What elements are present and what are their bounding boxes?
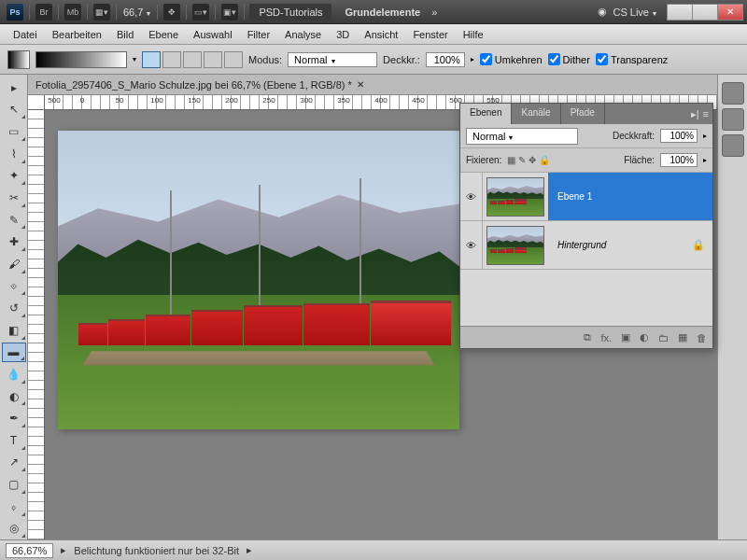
menu-ebene[interactable]: Ebene: [141, 29, 186, 40]
panel-collapse-icon[interactable]: ▸|: [691, 108, 699, 120]
menu-analyse[interactable]: Analyse: [277, 29, 329, 40]
status-zoom[interactable]: 66,67%: [6, 543, 53, 558]
menu-bearbeiten[interactable]: Bearbeiten: [45, 29, 109, 40]
eraser-tool[interactable]: ◧: [2, 320, 26, 341]
delete-layer-icon[interactable]: 🗑: [697, 332, 707, 343]
deckkr-input[interactable]: 100%: [426, 52, 465, 67]
gradient-dropdown-icon[interactable]: ▾: [133, 55, 136, 63]
modus-select[interactable]: Normal: [288, 52, 377, 67]
dodge-tool[interactable]: ◐: [2, 386, 26, 407]
pen-tool[interactable]: ✒: [2, 408, 26, 428]
menu-3d[interactable]: 3D: [329, 29, 357, 40]
tab-kanaele[interactable]: Kanäle: [512, 104, 560, 124]
gradient-diamond[interactable]: [224, 51, 243, 68]
expand-tools-icon[interactable]: ▸: [2, 77, 26, 98]
tab-ebenen[interactable]: Ebenen: [460, 104, 512, 124]
deckkraft-label: Deckkraft:: [613, 131, 655, 141]
workspace-more-icon[interactable]: »: [431, 7, 437, 18]
arrange-icon[interactable]: ▭▾: [192, 4, 209, 21]
status-flyout-icon[interactable]: ▸: [61, 544, 66, 556]
visibility-toggle[interactable]: 👁: [460, 221, 483, 269]
flaeche-input[interactable]: 100%: [660, 153, 698, 167]
menu-bild[interactable]: Bild: [109, 29, 141, 40]
bridge-icon[interactable]: Br: [35, 4, 52, 21]
hand-icon[interactable]: ✥: [163, 4, 180, 21]
document-image: [58, 131, 459, 429]
flaeche-flyout-icon[interactable]: ▸: [703, 156, 707, 164]
layer-thumbnail[interactable]: [486, 226, 544, 265]
lasso-tool[interactable]: ⌇: [2, 144, 26, 164]
menu-hilfe[interactable]: Hilfe: [456, 29, 491, 40]
ruler-vertical[interactable]: [28, 110, 45, 539]
transparenz-checkbox[interactable]: Transparenz: [596, 53, 668, 65]
menu-auswahl[interactable]: Auswahl: [186, 29, 240, 40]
layer-thumbnail[interactable]: [486, 177, 544, 217]
move-tool[interactable]: ↖: [2, 100, 26, 120]
layer-name[interactable]: Ebene 1: [548, 173, 712, 220]
eyedropper-tool[interactable]: ✎: [2, 210, 26, 231]
tool-preset[interactable]: [7, 50, 30, 69]
layer-row[interactable]: 👁 Ebene 1: [460, 173, 712, 221]
menu-datei[interactable]: Datei: [6, 29, 45, 40]
new-layer-icon[interactable]: ▦: [678, 331, 687, 343]
gradient-radial[interactable]: [162, 51, 181, 68]
mask-icon[interactable]: ▣: [621, 331, 630, 343]
3d-tool[interactable]: ⬨: [2, 497, 26, 517]
cslive-label[interactable]: CS Live: [613, 7, 656, 18]
crop-tool[interactable]: ✂: [2, 188, 26, 208]
canvas[interactable]: [58, 131, 459, 429]
layer-name[interactable]: Hintergrund: [548, 221, 684, 269]
minimize-button[interactable]: ─: [667, 4, 693, 21]
deckkraft-input[interactable]: 100%: [660, 129, 698, 143]
gradient-tool[interactable]: ▬: [2, 343, 26, 363]
color-panel-icon[interactable]: [722, 82, 744, 105]
menu-fenster[interactable]: Fenster: [405, 29, 455, 40]
fixieren-label: Fixieren:: [466, 155, 501, 165]
shape-tool[interactable]: ▢: [2, 474, 26, 495]
menu-ansicht[interactable]: Ansicht: [357, 29, 405, 40]
photoshop-icon[interactable]: Ps: [7, 4, 23, 21]
gradient-preview[interactable]: [35, 51, 127, 68]
masks-panel-icon[interactable]: [722, 134, 744, 157]
status-more-icon[interactable]: ▸: [247, 544, 252, 556]
path-tool[interactable]: ↗: [2, 453, 26, 473]
link-layers-icon[interactable]: ⧉: [584, 331, 591, 343]
blend-mode-select[interactable]: Normal: [466, 128, 578, 145]
workspace-label[interactable]: Grundelemente: [335, 4, 430, 21]
fx-icon[interactable]: fx.: [600, 332, 612, 343]
tutorials-pill[interactable]: PSD-Tutorials: [249, 4, 331, 21]
type-tool[interactable]: T: [2, 430, 26, 451]
visibility-toggle[interactable]: 👁: [460, 173, 483, 220]
stamp-tool[interactable]: ⟐: [2, 276, 26, 297]
document-tab[interactable]: Fotolia_2957406_S_Mario Schulze.jpg bei …: [28, 75, 717, 95]
zoom-level[interactable]: 66,7: [123, 7, 150, 18]
view-extras-icon[interactable]: ▦▾: [93, 4, 110, 21]
adjustment-layer-icon[interactable]: ◐: [640, 331, 649, 343]
deckkraft-flyout-icon[interactable]: ▸: [703, 132, 707, 140]
layer-row[interactable]: 👁 Hintergrund 🔒: [460, 221, 712, 270]
marquee-tool[interactable]: ▭: [2, 121, 26, 142]
umkehren-checkbox[interactable]: Umkehren: [480, 53, 543, 65]
cslive-icon[interactable]: ◉: [598, 6, 607, 18]
dither-checkbox[interactable]: Dither: [548, 53, 590, 65]
maximize-button[interactable]: ☐: [692, 4, 718, 21]
brush-tool[interactable]: 🖌: [2, 254, 26, 274]
history-brush-tool[interactable]: ↺: [2, 298, 26, 318]
deckkr-flyout-icon[interactable]: ▸: [471, 55, 474, 63]
wand-tool[interactable]: ✦: [2, 166, 26, 187]
screenmode-icon[interactable]: ▣▾: [221, 4, 238, 21]
lock-controls[interactable]: ▦ ✎ ✥ 🔒: [507, 155, 549, 165]
gradient-angle[interactable]: [183, 51, 202, 68]
adjustments-panel-icon[interactable]: [722, 108, 744, 131]
group-icon[interactable]: 🗀: [658, 332, 669, 343]
minibridge-icon[interactable]: Mb: [64, 4, 81, 21]
menu-filter[interactable]: Filter: [240, 29, 277, 40]
tab-pfade[interactable]: Pfade: [561, 104, 605, 124]
heal-tool[interactable]: ✚: [2, 231, 26, 252]
blur-tool[interactable]: 💧: [2, 364, 26, 385]
gradient-reflected[interactable]: [204, 51, 222, 68]
close-button[interactable]: ✕: [717, 4, 743, 21]
panel-menu-icon[interactable]: ≡: [703, 108, 709, 119]
3d-camera-tool[interactable]: ◎: [2, 519, 26, 539]
gradient-linear[interactable]: [142, 51, 161, 68]
